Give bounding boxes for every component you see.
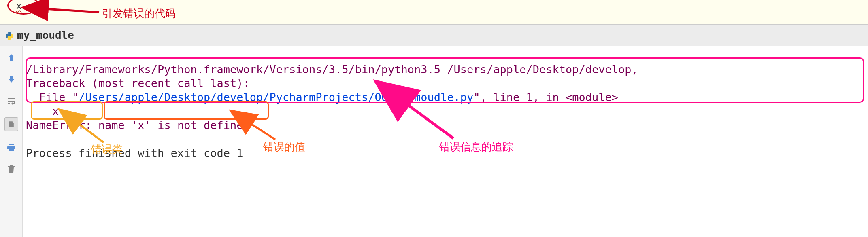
- label-traceback: 错误信息的追踪: [439, 140, 513, 154]
- error-colon: :: [85, 119, 98, 131]
- export-icon[interactable]: [4, 117, 18, 131]
- python-icon: [5, 31, 14, 40]
- arrow-down-icon[interactable]: [6, 74, 17, 85]
- error-line: NameError: name 'x' is not defined: [26, 119, 250, 131]
- label-error-code: 引发错误的代码: [102, 6, 176, 21]
- arrow-up-icon[interactable]: [6, 52, 17, 63]
- box-error-class: [31, 101, 103, 120]
- label-error-class: 错误类: [91, 142, 123, 157]
- run-tab[interactable]: my_moudle: [0, 24, 868, 46]
- error-message: name 'x' is not defined: [98, 119, 250, 131]
- trash-icon[interactable]: [6, 163, 17, 175]
- gutter-toolbar: [0, 46, 23, 237]
- label-error-value: 错误的值: [263, 140, 305, 154]
- run-tab-filename: my_moudle: [17, 29, 74, 41]
- error-name: NameError: [26, 119, 85, 131]
- print-icon[interactable]: [6, 142, 17, 153]
- box-traceback: [26, 57, 864, 103]
- exit-line: Process finished with exit code 1: [26, 147, 243, 159]
- box-error-value: [104, 101, 269, 120]
- wrap-icon[interactable]: [6, 95, 17, 107]
